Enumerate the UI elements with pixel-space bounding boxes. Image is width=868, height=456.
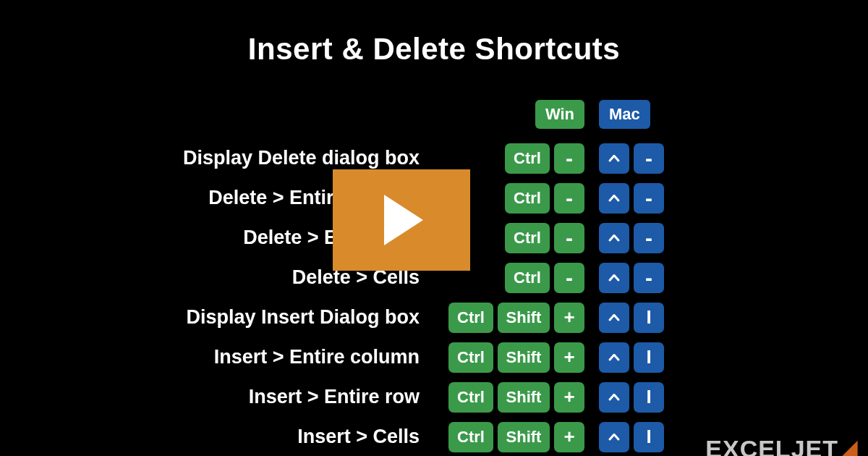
shortcut-label: Insert > Entire column bbox=[87, 346, 425, 368]
video-play-button[interactable] bbox=[333, 169, 470, 271]
ctrl-key: Ctrl bbox=[448, 342, 493, 373]
ctrl-key: Ctrl bbox=[505, 183, 550, 214]
table-row: Insert > Entire rowCtrlShift+I bbox=[87, 377, 781, 417]
mac-keys: I bbox=[592, 303, 707, 333]
win-header-cell: Win bbox=[425, 100, 592, 129]
mac-keys: I bbox=[592, 382, 707, 413]
mac-header-cell: Mac bbox=[592, 100, 707, 129]
mac-keys: - bbox=[592, 223, 707, 253]
ctrl-key: Ctrl bbox=[448, 382, 493, 413]
shortcut-table: Win Mac Display Delete dialog boxCtrl--D… bbox=[87, 94, 781, 456]
table-row: Insert > CellsCtrlShift+I bbox=[87, 417, 781, 456]
win-keys: CtrlShift+ bbox=[425, 342, 592, 373]
control-caret-icon bbox=[599, 223, 629, 253]
mac-letter-i-key: I bbox=[634, 422, 664, 452]
minus-key: - bbox=[554, 143, 584, 174]
shortcut-label: Display Delete dialog box bbox=[87, 147, 425, 169]
brand-watermark: EXCELJET◢ bbox=[705, 434, 858, 456]
minus-key: - bbox=[554, 183, 584, 214]
ctrl-key: Ctrl bbox=[448, 303, 493, 333]
control-caret-icon bbox=[599, 263, 629, 293]
mac-keys: - bbox=[592, 143, 707, 174]
plus-key: + bbox=[554, 303, 584, 333]
control-caret-icon bbox=[599, 422, 629, 452]
play-icon bbox=[379, 195, 424, 245]
table-header-row: Win Mac bbox=[87, 94, 781, 134]
mac-keys: I bbox=[592, 422, 707, 452]
shortcut-label: Display Insert Dialog box bbox=[87, 306, 425, 329]
table-row: Display Insert Dialog boxCtrlShift+I bbox=[87, 297, 781, 337]
ctrl-key: Ctrl bbox=[448, 422, 493, 452]
shift-key: Shift bbox=[498, 382, 550, 413]
win-keys: CtrlShift+ bbox=[425, 303, 592, 333]
shortcut-label: Insert > Entire row bbox=[87, 386, 425, 408]
minus-key: - bbox=[634, 263, 664, 293]
plus-key: + bbox=[554, 342, 584, 373]
brand-accent-icon: ◢ bbox=[838, 435, 858, 456]
mac-letter-i-key: I bbox=[634, 342, 664, 373]
shift-key: Shift bbox=[498, 342, 550, 373]
mac-letter-i-key: I bbox=[634, 303, 664, 333]
win-header-badge: Win bbox=[535, 100, 584, 129]
shortcut-label: Insert > Cells bbox=[87, 426, 425, 448]
shift-key: Shift bbox=[498, 303, 550, 333]
page-title: Insert & Delete Shortcuts bbox=[0, 0, 868, 84]
ctrl-key: Ctrl bbox=[505, 223, 550, 253]
control-caret-icon bbox=[599, 183, 629, 214]
minus-key: - bbox=[554, 223, 584, 253]
plus-key: + bbox=[554, 382, 584, 413]
mac-keys: - bbox=[592, 183, 707, 214]
win-keys: CtrlShift+ bbox=[425, 422, 592, 452]
plus-key: + bbox=[554, 422, 584, 452]
control-caret-icon bbox=[599, 143, 629, 174]
svg-marker-0 bbox=[384, 195, 423, 245]
control-caret-icon bbox=[599, 303, 629, 333]
ctrl-key: Ctrl bbox=[505, 263, 550, 293]
minus-key: - bbox=[634, 143, 664, 174]
win-keys: CtrlShift+ bbox=[425, 382, 592, 413]
mac-keys: - bbox=[592, 263, 707, 293]
mac-header-badge: Mac bbox=[599, 100, 650, 129]
control-caret-icon bbox=[599, 382, 629, 413]
shift-key: Shift bbox=[498, 422, 550, 452]
minus-key: - bbox=[554, 263, 584, 293]
control-caret-icon bbox=[599, 342, 629, 373]
ctrl-key: Ctrl bbox=[505, 143, 550, 174]
mac-keys: I bbox=[592, 342, 707, 373]
table-row: Insert > Entire columnCtrlShift+I bbox=[87, 337, 781, 377]
mac-letter-i-key: I bbox=[634, 382, 664, 413]
minus-key: - bbox=[634, 183, 664, 214]
minus-key: - bbox=[634, 223, 664, 253]
